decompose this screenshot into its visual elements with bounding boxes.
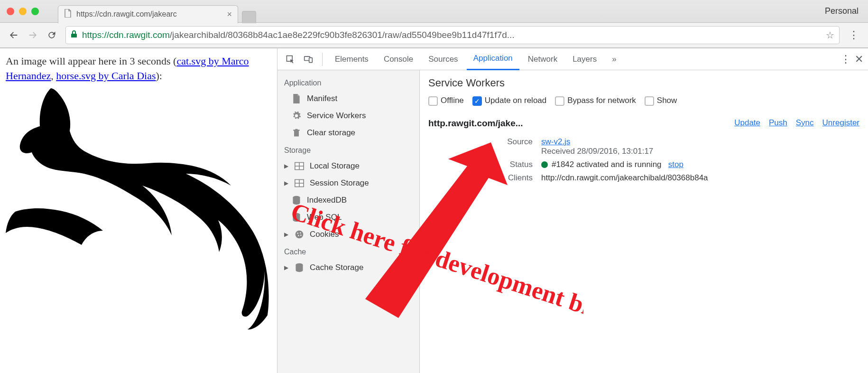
svg-rect-7 <box>295 167 299 169</box>
tab-console[interactable]: Console <box>377 48 420 70</box>
file-icon <box>292 94 301 103</box>
new-tab-button[interactable] <box>242 11 256 23</box>
checkbox-bypass-for-network[interactable]: Bypass for network <box>555 96 636 106</box>
sidebar-group-cache: Cache <box>277 243 419 259</box>
maximize-window-button[interactable] <box>31 8 39 15</box>
sw-stop-link[interactable]: stop <box>668 160 683 169</box>
svg-point-18 <box>300 232 301 233</box>
page-icon <box>64 9 72 19</box>
database-icon <box>292 213 301 222</box>
expand-icon: ▶ <box>284 163 289 169</box>
svg-rect-10 <box>295 180 299 183</box>
sidebar-group-storage: Storage <box>277 141 419 158</box>
database-icon <box>295 263 304 272</box>
database-icon <box>292 196 301 205</box>
sw-action-unregister[interactable]: Unregister <box>822 118 859 128</box>
sw-origin: http.rawgit.com/jake... <box>428 118 523 129</box>
tab-sources[interactable]: Sources <box>422 48 464 70</box>
sidebar-item-clear-storage[interactable]: Clear storage <box>277 124 419 141</box>
checkbox-show-all[interactable]: Show <box>645 96 677 106</box>
sw-origin-row: http.rawgit.com/jake... Update Push Sync… <box>428 118 859 129</box>
table-icon <box>295 179 304 187</box>
reload-button[interactable] <box>44 27 60 43</box>
close-tab-icon[interactable]: × <box>227 9 232 19</box>
sidebar-item-web-sql[interactable]: Web SQL <box>277 209 419 226</box>
close-window-button[interactable] <box>7 8 14 15</box>
svg-rect-5 <box>295 163 299 166</box>
sw-actions: Update Push Sync Unregister <box>734 118 859 128</box>
sw-source-label: Source <box>490 137 533 147</box>
checkbox-update-on-reload[interactable]: ✓Update on reload <box>472 96 546 106</box>
tab-network[interactable]: Network <box>521 48 564 70</box>
devtools-panel: Elements Console Sources Application Net… <box>277 48 868 373</box>
url-text: https://cdn.rawgit.com/jakearchibald/803… <box>82 30 515 40</box>
browser-menu-icon[interactable]: ⋮ <box>845 29 862 41</box>
sidebar-item-session-storage[interactable]: ▶ Session Storage <box>277 175 419 192</box>
lock-icon <box>71 30 77 40</box>
titlebar: https://cdn.rawgit.com/jakearc × Persona… <box>0 0 868 23</box>
device-toolbar-icon[interactable] <box>300 51 316 67</box>
browser-tab[interactable]: https://cdn.rawgit.com/jakearc × <box>58 5 238 23</box>
horse-image <box>6 84 271 330</box>
toolbar: https://cdn.rawgit.com/jakearchibald/803… <box>0 23 868 47</box>
link-horse-svg[interactable]: horse.svg by Carla Dias <box>56 70 156 82</box>
sw-status-text: #1842 activated and is running <box>552 160 662 169</box>
svg-rect-12 <box>295 184 299 186</box>
sw-action-push[interactable]: Push <box>769 118 787 128</box>
svg-rect-13 <box>300 184 304 186</box>
svg-rect-6 <box>300 163 304 166</box>
devtools-close-icon[interactable]: ✕ <box>855 53 863 65</box>
tab-elements[interactable]: Elements <box>328 48 375 70</box>
tab-title: https://cdn.rawgit.com/jakearc <box>76 10 224 19</box>
back-button[interactable] <box>6 27 22 43</box>
svg-point-20 <box>300 234 302 236</box>
status-dot-icon <box>541 161 548 168</box>
sidebar-item-cookies[interactable]: ▶ Cookies <box>277 226 419 243</box>
expand-icon: ▶ <box>284 264 289 271</box>
devtools-menu-icon[interactable]: ⋮ <box>840 53 851 65</box>
svg-point-17 <box>297 233 298 234</box>
rendered-page: An image will appear here in 3 seconds (… <box>0 48 277 373</box>
checkbox-offline[interactable]: Offline <box>428 96 464 106</box>
inspect-element-icon[interactable] <box>282 51 298 67</box>
sw-clients-text: http://cdn.rawgit.com/jakearchibald/8036… <box>541 173 708 183</box>
table-icon <box>295 162 304 170</box>
sw-options-row: Offline ✓Update on reload Bypass for net… <box>428 96 859 106</box>
sidebar-group-application: Application <box>277 74 419 90</box>
sw-action-sync[interactable]: Sync <box>796 118 814 128</box>
svg-point-19 <box>298 235 299 236</box>
content-area: An image will appear here in 3 seconds (… <box>0 48 868 373</box>
cookie-icon <box>295 230 304 239</box>
sidebar-item-service-workers[interactable]: Service Workers <box>277 107 419 124</box>
minimize-window-button[interactable] <box>19 8 27 15</box>
sidebar-item-manifest[interactable]: Manifest <box>277 90 419 107</box>
forward-button[interactable] <box>25 27 41 43</box>
expand-icon: ▶ <box>284 231 289 238</box>
tab-application[interactable]: Application <box>467 48 519 70</box>
sw-received: Received 28/09/2016, 13:01:17 <box>541 147 653 156</box>
devtools-main: Service Workers Offline ✓Update on reloa… <box>420 70 868 373</box>
sw-action-update[interactable]: Update <box>734 118 760 128</box>
sw-clients-label: Clients <box>490 173 533 183</box>
svg-rect-11 <box>300 180 304 183</box>
sw-details: Source sw-v2.js Received 28/09/2016, 13:… <box>428 137 859 183</box>
sidebar-item-cache-storage[interactable]: ▶ Cache Storage <box>277 259 419 276</box>
profile-label[interactable]: Personal <box>825 6 859 16</box>
svg-rect-0 <box>71 34 77 37</box>
sw-source-link[interactable]: sw-v2.js <box>541 137 570 146</box>
sidebar-item-local-storage[interactable]: ▶ Local Storage <box>277 158 419 175</box>
expand-icon: ▶ <box>284 180 289 186</box>
sidebar-item-indexeddb[interactable]: IndexedDB <box>277 192 419 209</box>
address-bar[interactable]: https://cdn.rawgit.com/jakearchibald/803… <box>65 26 840 44</box>
gear-icon <box>292 111 301 121</box>
sw-status-label: Status <box>490 160 533 169</box>
svg-rect-8 <box>300 167 304 169</box>
trash-icon <box>292 128 301 138</box>
devtools-tabbar: Elements Console Sources Application Net… <box>277 48 868 70</box>
tab-strip: https://cdn.rawgit.com/jakearc × <box>58 0 256 23</box>
bookmark-star-icon[interactable]: ☆ <box>826 29 834 41</box>
tab-layers[interactable]: Layers <box>566 48 603 70</box>
tab-overflow[interactable]: » <box>605 48 623 70</box>
panel-title: Service Workers <box>428 77 859 89</box>
page-paragraph: An image will appear here in 3 seconds (… <box>6 54 271 84</box>
